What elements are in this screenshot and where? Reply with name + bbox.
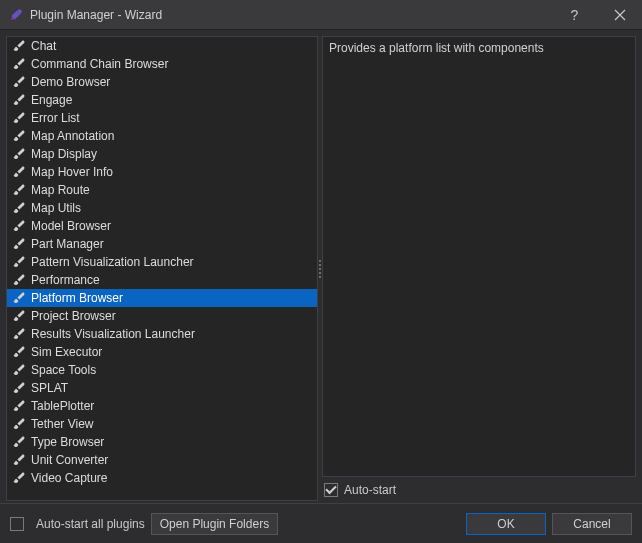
plugin-item-label: Project Browser bbox=[31, 309, 313, 323]
brush-icon bbox=[11, 74, 27, 90]
brush-icon bbox=[11, 218, 27, 234]
plugin-item[interactable]: Error List bbox=[7, 109, 317, 127]
autostart-all-checkbox[interactable] bbox=[10, 517, 24, 531]
plugin-item[interactable]: Map Utils bbox=[7, 199, 317, 217]
plugin-item-label: Pattern Visualization Launcher bbox=[31, 255, 313, 269]
plugin-item[interactable]: Sim Executor bbox=[7, 343, 317, 361]
plugin-item[interactable]: Platform Browser bbox=[7, 289, 317, 307]
plugin-item[interactable]: Unit Converter bbox=[7, 451, 317, 469]
plugin-item-label: Video Capture bbox=[31, 471, 313, 485]
brush-icon bbox=[11, 470, 27, 486]
plugin-item-label: Sim Executor bbox=[31, 345, 313, 359]
plugin-item[interactable]: Map Annotation bbox=[7, 127, 317, 145]
dialog-body: ChatCommand Chain BrowserDemo BrowserEng… bbox=[0, 30, 642, 503]
autostart-all-label: Auto-start all plugins bbox=[36, 517, 145, 531]
brush-icon bbox=[11, 56, 27, 72]
plugin-item[interactable]: Chat bbox=[7, 37, 317, 55]
title-bar: Plugin Manager - Wizard ? bbox=[0, 0, 642, 30]
brush-icon bbox=[11, 164, 27, 180]
brush-icon bbox=[11, 254, 27, 270]
brush-icon bbox=[11, 92, 27, 108]
plugin-item-label: Error List bbox=[31, 111, 313, 125]
brush-icon bbox=[11, 236, 27, 252]
plugin-item-label: Chat bbox=[31, 39, 313, 53]
brush-icon bbox=[11, 344, 27, 360]
cancel-button[interactable]: Cancel bbox=[552, 513, 632, 535]
brush-icon bbox=[11, 398, 27, 414]
brush-icon bbox=[11, 416, 27, 432]
brush-icon bbox=[11, 200, 27, 216]
autostart-row: Auto-start bbox=[322, 477, 636, 501]
brush-icon bbox=[11, 452, 27, 468]
plugin-item[interactable]: Engage bbox=[7, 91, 317, 109]
plugin-item[interactable]: Part Manager bbox=[7, 235, 317, 253]
plugin-item-label: Map Display bbox=[31, 147, 313, 161]
plugin-item-label: Engage bbox=[31, 93, 313, 107]
plugin-item[interactable]: Map Hover Info bbox=[7, 163, 317, 181]
plugin-item[interactable]: Performance bbox=[7, 271, 317, 289]
brush-icon bbox=[11, 272, 27, 288]
plugin-item[interactable]: Map Display bbox=[7, 145, 317, 163]
autostart-label: Auto-start bbox=[344, 483, 396, 497]
plugin-item-label: TablePlotter bbox=[31, 399, 313, 413]
brush-icon bbox=[11, 182, 27, 198]
brush-icon bbox=[11, 128, 27, 144]
close-button[interactable] bbox=[597, 0, 642, 30]
plugin-item[interactable]: Pattern Visualization Launcher bbox=[7, 253, 317, 271]
plugin-item[interactable]: Video Capture bbox=[7, 469, 317, 487]
plugin-item[interactable]: Project Browser bbox=[7, 307, 317, 325]
plugin-item-label: Tether View bbox=[31, 417, 313, 431]
plugin-item[interactable]: Results Visualization Launcher bbox=[7, 325, 317, 343]
window-title: Plugin Manager - Wizard bbox=[30, 8, 162, 22]
plugin-item-label: Results Visualization Launcher bbox=[31, 327, 313, 341]
plugin-item-label: Model Browser bbox=[31, 219, 313, 233]
ok-button[interactable]: OK bbox=[466, 513, 546, 535]
app-icon bbox=[8, 7, 24, 23]
plugin-item[interactable]: SPLAT bbox=[7, 379, 317, 397]
plugin-item[interactable]: TablePlotter bbox=[7, 397, 317, 415]
plugin-item-label: Part Manager bbox=[31, 237, 313, 251]
plugin-item-label: Platform Browser bbox=[31, 291, 313, 305]
plugin-item-label: Demo Browser bbox=[31, 75, 313, 89]
plugin-description: Provides a platform list with components bbox=[322, 36, 636, 477]
plugin-item-label: Map Hover Info bbox=[31, 165, 313, 179]
splitter-handle[interactable] bbox=[318, 249, 322, 289]
plugin-item-label: SPLAT bbox=[31, 381, 313, 395]
brush-icon bbox=[11, 380, 27, 396]
autostart-checkbox[interactable] bbox=[324, 483, 338, 497]
plugin-item-label: Command Chain Browser bbox=[31, 57, 313, 71]
brush-icon bbox=[11, 362, 27, 378]
footer: Auto-start all plugins Open Plugin Folde… bbox=[0, 503, 642, 543]
plugin-item[interactable]: Map Route bbox=[7, 181, 317, 199]
plugin-list[interactable]: ChatCommand Chain BrowserDemo BrowserEng… bbox=[6, 36, 318, 501]
plugin-item-label: Map Utils bbox=[31, 201, 313, 215]
plugin-item-label: Performance bbox=[31, 273, 313, 287]
plugin-item[interactable]: Demo Browser bbox=[7, 73, 317, 91]
brush-icon bbox=[11, 38, 27, 54]
plugin-item[interactable]: Type Browser bbox=[7, 433, 317, 451]
plugin-item-label: Space Tools bbox=[31, 363, 313, 377]
brush-icon bbox=[11, 110, 27, 126]
brush-icon bbox=[11, 290, 27, 306]
detail-pane: Provides a platform list with components… bbox=[322, 36, 636, 501]
brush-icon bbox=[11, 308, 27, 324]
brush-icon bbox=[11, 434, 27, 450]
help-button[interactable]: ? bbox=[552, 0, 597, 30]
plugin-item-label: Type Browser bbox=[31, 435, 313, 449]
plugin-item-label: Unit Converter bbox=[31, 453, 313, 467]
open-plugin-folders-button[interactable]: Open Plugin Folders bbox=[151, 513, 278, 535]
brush-icon bbox=[11, 146, 27, 162]
plugin-item[interactable]: Command Chain Browser bbox=[7, 55, 317, 73]
plugin-item-label: Map Annotation bbox=[31, 129, 313, 143]
brush-icon bbox=[11, 326, 27, 342]
plugin-item-label: Map Route bbox=[31, 183, 313, 197]
plugin-item[interactable]: Space Tools bbox=[7, 361, 317, 379]
plugin-item[interactable]: Model Browser bbox=[7, 217, 317, 235]
plugin-item[interactable]: Tether View bbox=[7, 415, 317, 433]
